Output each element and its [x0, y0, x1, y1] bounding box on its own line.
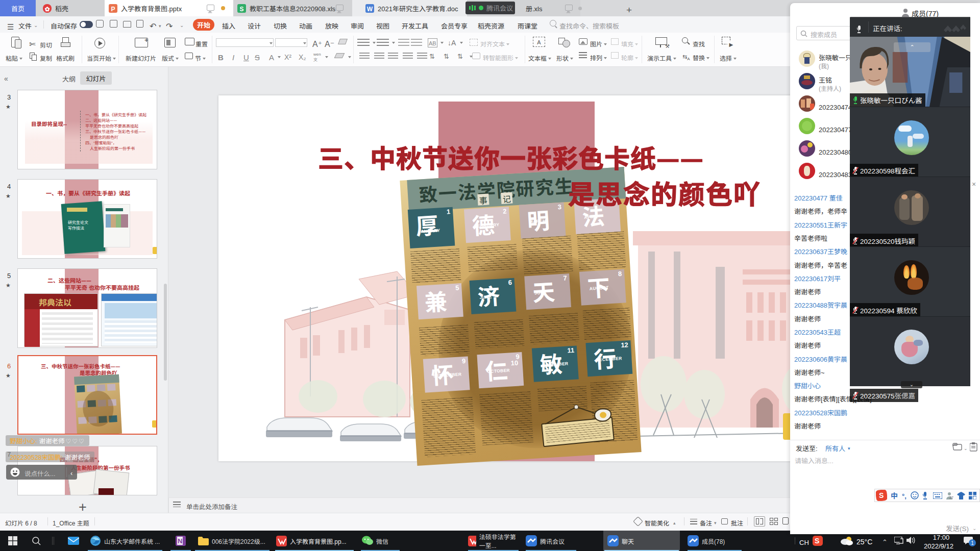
svg-text:S: S: [815, 536, 819, 545]
svg-text:S: S: [879, 490, 884, 500]
svg-text:N: N: [178, 536, 182, 545]
svg-text:27: 27: [949, 495, 953, 499]
